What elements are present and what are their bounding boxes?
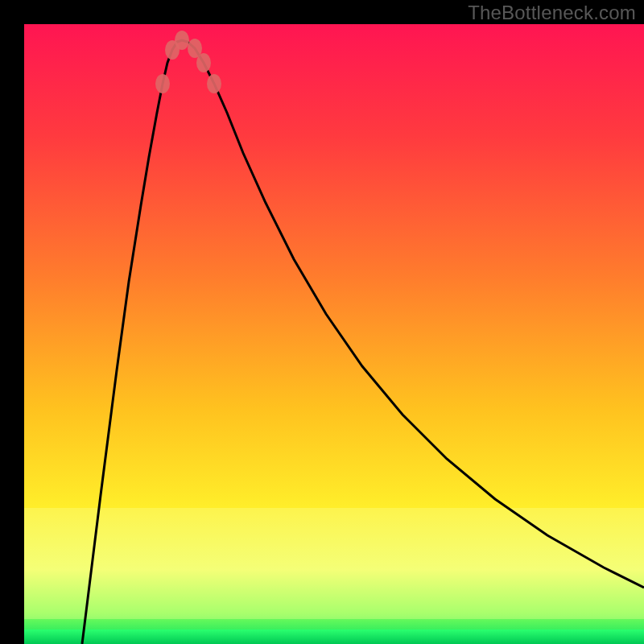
bottleneck-curve <box>82 40 644 644</box>
curve-marker <box>207 74 221 93</box>
curve-marker <box>155 74 170 93</box>
plot-area <box>24 24 644 644</box>
curve-svg <box>24 24 644 644</box>
curve-marker <box>175 31 189 50</box>
curve-marker <box>196 53 211 72</box>
watermark: TheBottleneck.com <box>468 2 636 24</box>
frame: TheBottleneck.com <box>0 0 644 644</box>
marker-group <box>155 31 221 93</box>
